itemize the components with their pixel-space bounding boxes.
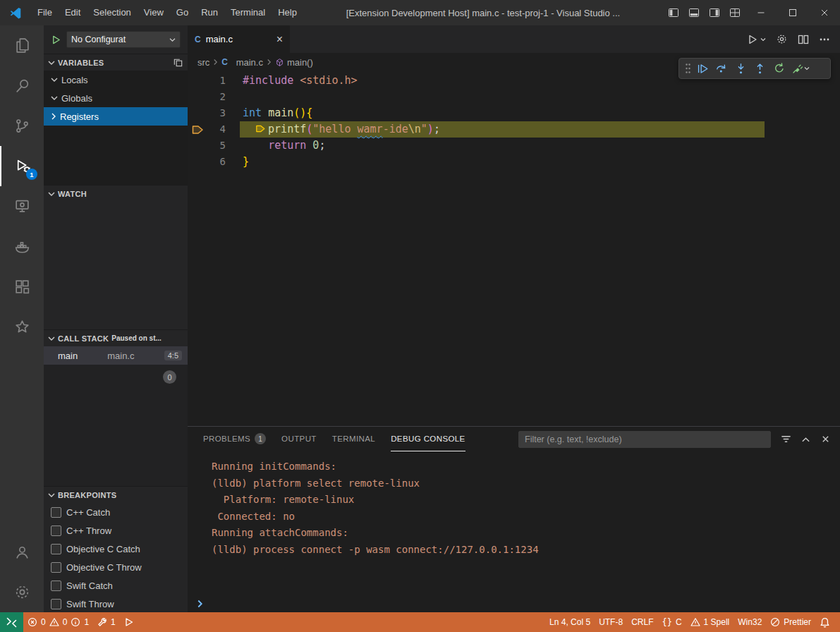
filter-icon[interactable]: [778, 432, 793, 447]
step-into-button[interactable]: [731, 59, 750, 78]
close-button[interactable]: [808, 0, 840, 25]
maximize-panel-icon[interactable]: [798, 432, 813, 447]
code-line[interactable]: 3int main(){: [188, 105, 840, 121]
more-actions-icon[interactable]: [819, 34, 830, 45]
tab-main-c[interactable]: C main.c ×: [188, 25, 291, 53]
disconnect-button[interactable]: [789, 59, 812, 78]
formatter-status[interactable]: Prettier: [766, 612, 815, 632]
breakpoint-checkbox[interactable]: [51, 507, 61, 518]
menu-item[interactable]: File: [31, 0, 59, 25]
menu-item[interactable]: Go: [170, 0, 195, 25]
spell-checker-status[interactable]: 1 Spell: [686, 612, 734, 632]
account-icon[interactable]: [0, 532, 44, 572]
breakpoint-arrow-icon[interactable]: [188, 121, 207, 138]
notifications-bell[interactable]: [815, 612, 834, 632]
code-token: return: [268, 139, 306, 152]
breakpoints-section-header[interactable]: BREAKPOINTS: [44, 486, 188, 503]
restart-button[interactable]: [769, 59, 789, 78]
settings-gear-icon[interactable]: [0, 572, 44, 612]
debug-status[interactable]: [120, 612, 138, 632]
menu-item[interactable]: Edit: [59, 0, 87, 25]
tab-problems[interactable]: PROBLEMS 1: [203, 427, 266, 451]
search-icon[interactable]: [0, 66, 44, 106]
step-over-button[interactable]: [712, 59, 731, 78]
watch-section-header[interactable]: WATCH: [44, 185, 188, 202]
code-editor[interactable]: 1#include <stdio.h>23int main(){4 printf…: [188, 71, 840, 426]
remote-indicator[interactable]: [0, 612, 23, 632]
breakpoint-item[interactable]: C++ Throw: [44, 521, 188, 540]
call-stack-section-header[interactable]: CALL STACK Paused on st...: [44, 329, 188, 346]
breadcrumb-file[interactable]: C main.c: [221, 57, 263, 68]
breakpoint-checkbox[interactable]: [51, 562, 61, 573]
breakpoint-item[interactable]: Swift Catch: [44, 576, 188, 595]
maximize-button[interactable]: [777, 0, 808, 25]
toolchain-status[interactable]: 1: [93, 612, 120, 632]
drag-handle-icon[interactable]: [682, 63, 693, 74]
glyph-margin[interactable]: [188, 138, 207, 154]
breadcrumb-symbol[interactable]: main(): [275, 57, 313, 68]
debug-config-gear-icon[interactable]: [776, 33, 788, 45]
toggle-sidebar-icon[interactable]: [663, 0, 683, 25]
breakpoint-item[interactable]: Objective C Throw: [44, 558, 188, 576]
breakpoint-item[interactable]: Objective C Catch: [44, 540, 188, 558]
console-filter-input[interactable]: [518, 431, 771, 448]
extensions-icon[interactable]: [0, 267, 44, 307]
star-icon[interactable]: [0, 307, 44, 347]
breakpoint-checkbox[interactable]: [51, 581, 61, 591]
eol-indicator[interactable]: CRLF: [627, 612, 657, 632]
explorer-icon[interactable]: [0, 25, 44, 66]
tab-output[interactable]: OUTPUT: [281, 427, 317, 451]
run-and-debug-icon[interactable]: 1: [0, 146, 44, 186]
problems-status[interactable]: 0 0 1: [23, 612, 93, 632]
menu-item[interactable]: Selection: [87, 0, 137, 25]
menu-item[interactable]: View: [138, 0, 170, 25]
platform-indicator[interactable]: Win32: [734, 612, 766, 632]
variables-item-globals[interactable]: Globals: [44, 89, 188, 107]
glyph-margin[interactable]: [188, 73, 207, 89]
variables-section-header[interactable]: VARIABLES: [44, 54, 188, 71]
variables-item-locals[interactable]: Locals: [44, 71, 188, 89]
breakpoint-checkbox[interactable]: [51, 544, 61, 554]
menu-item[interactable]: Help: [272, 0, 303, 25]
debug-console-input[interactable]: [188, 595, 840, 612]
glyph-margin[interactable]: [188, 154, 207, 170]
close-panel-icon[interactable]: [817, 432, 833, 447]
tab-close-icon[interactable]: ×: [276, 34, 283, 45]
docker-icon[interactable]: [0, 226, 44, 267]
toggle-panel-icon[interactable]: [683, 0, 704, 25]
source-control-icon[interactable]: [0, 106, 44, 146]
toggle-secondary-sidebar-icon[interactable]: [704, 0, 724, 25]
tab-terminal[interactable]: TERMINAL: [332, 427, 375, 451]
breakpoint-checkbox[interactable]: [51, 599, 61, 609]
tab-debug-console[interactable]: DEBUG CONSOLE: [391, 427, 465, 451]
menu-item[interactable]: Run: [195, 0, 224, 25]
continue-button[interactable]: [693, 59, 712, 78]
split-editor-icon[interactable]: [798, 34, 809, 45]
code-line[interactable]: 6}: [188, 154, 840, 170]
code-line[interactable]: 4 printf("hello wamr-ide\n");: [188, 121, 840, 138]
debug-console-output[interactable]: Running initCommands:(lldb) platform sel…: [188, 451, 840, 595]
copy-value-icon[interactable]: [173, 57, 183, 68]
start-debug-icon[interactable]: [51, 35, 61, 45]
cursor-position[interactable]: Ln 4, Col 5: [545, 612, 595, 632]
run-or-debug-button[interactable]: [747, 34, 766, 45]
launch-config-dropdown[interactable]: No Configurat: [66, 31, 181, 48]
breakpoint-item[interactable]: Swift Throw: [44, 595, 188, 612]
glyph-margin[interactable]: [188, 89, 207, 105]
breakpoint-item[interactable]: C++ Catch: [44, 503, 188, 521]
minimize-button[interactable]: [745, 0, 777, 25]
glyph-margin[interactable]: [188, 105, 207, 121]
encoding-indicator[interactable]: UTF-8: [595, 612, 627, 632]
stack-frame-row[interactable]: main main.c 4:5: [44, 346, 188, 365]
code-line[interactable]: 2: [188, 89, 840, 105]
menu-item[interactable]: Terminal: [224, 0, 272, 25]
customize-layout-icon[interactable]: [724, 0, 745, 25]
remote-explorer-icon[interactable]: [0, 186, 44, 226]
step-out-button[interactable]: [750, 59, 769, 78]
breadcrumb-folder[interactable]: src: [197, 57, 209, 68]
debug-current-step-icon: [255, 122, 268, 132]
code-line[interactable]: 5 return 0;: [188, 138, 840, 154]
variables-item-registers[interactable]: Registers: [44, 107, 188, 126]
breakpoint-checkbox[interactable]: [51, 525, 61, 536]
language-indicator[interactable]: {} C: [657, 612, 686, 632]
